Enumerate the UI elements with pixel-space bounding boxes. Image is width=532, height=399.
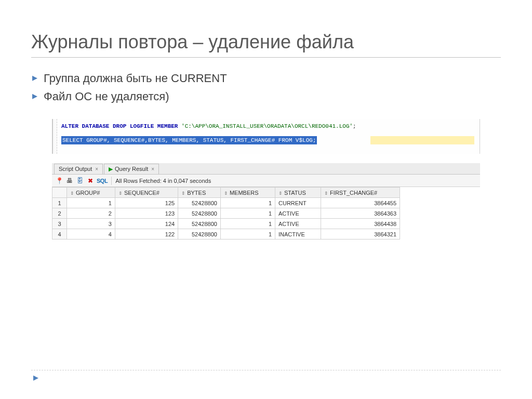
code-area[interactable]: ALTER DATABASE DROP LOGFILE MEMBER 'C:\A…	[53, 119, 480, 154]
results-toolbar: 📍 🖶 🗄 ✖ SQL All Rows Fetched: 4 in 0,047…	[52, 175, 480, 187]
header-label: SEQUENCE#	[124, 190, 159, 196]
cell-first-change: 3864321	[321, 229, 400, 240]
sort-icon: ⇕	[118, 191, 123, 196]
sql-string: 'C:\APP\ORA_INSTALL_USER\ORADATA\ORCL\RE…	[181, 123, 353, 129]
cell-bytes: 52428800	[178, 198, 221, 208]
sql-line-select-wrapper: SELECT GROUP#, SEQUENCE#,BYTES, MEMBERS,…	[61, 136, 474, 145]
header-col[interactable]: ⇕BYTES	[178, 188, 221, 198]
results-grid[interactable]: ⇕GROUP# ⇕SEQUENCE# ⇕BYTES ⇕MEMBERS ⇕STAT…	[52, 187, 400, 240]
cell-status: INACTIVE	[275, 229, 321, 240]
editor-gutter	[53, 119, 57, 154]
sql-text: ;	[353, 123, 356, 129]
sort-icon: ⇕	[70, 191, 74, 196]
cell-members: 1	[220, 229, 275, 240]
sort-icon: ⇕	[278, 191, 283, 196]
tab-script-output[interactable]: Script Output ×	[54, 164, 103, 174]
cell-status: ACTIVE	[275, 219, 321, 229]
fetch-status: All Rows Fetched: 4 in 0,047 seconds	[115, 178, 211, 184]
cell-sequence: 124	[115, 219, 178, 229]
print-icon[interactable]: 🖶	[65, 177, 74, 185]
results-panel: Script Output × ▶ Query Result × 📍 🖶 🗄 ✖…	[52, 163, 480, 240]
header-label: GROUP#	[76, 190, 100, 196]
result-tabbar: Script Output × ▶ Query Result ×	[52, 163, 480, 175]
close-icon[interactable]: ×	[151, 166, 154, 172]
cell-sequence: 123	[115, 208, 178, 219]
sql-selected-line: SELECT GROUP#, SEQUENCE#,BYTES, MEMBERS,…	[61, 136, 317, 145]
row-number: 3	[52, 219, 67, 229]
cell-group: 3	[67, 219, 115, 229]
sql-keyword: ALTER DATABASE DROP LOGFILE MEMBER	[61, 123, 178, 129]
cell-status: CURRENT	[275, 198, 321, 208]
header-row: ⇕GROUP# ⇕SEQUENCE# ⇕BYTES ⇕MEMBERS ⇕STAT…	[52, 188, 400, 198]
cell-group: 1	[67, 198, 115, 208]
blank-line	[61, 131, 474, 136]
cell-group: 4	[67, 229, 115, 240]
separator	[111, 177, 112, 185]
tab-label: Query Result	[115, 166, 148, 172]
cell-first-change: 3864363	[321, 208, 400, 219]
bullet-item: Группа должна быть не CURRENT	[32, 69, 501, 87]
cell-bytes: 52428800	[178, 219, 221, 229]
row-number: 1	[52, 198, 67, 208]
cell-sequence: 125	[115, 198, 178, 208]
header-col[interactable]: ⇕STATUS	[275, 188, 321, 198]
cell-first-change: 3864438	[321, 219, 400, 229]
sql-line-alter: ALTER DATABASE DROP LOGFILE MEMBER 'C:\A…	[61, 122, 474, 131]
bullet-item: Файл ОС не удаляется)	[32, 87, 501, 105]
header-label: FIRST_CHANGE#	[330, 190, 377, 196]
slide-title: Журналы повтора – удаление файла	[31, 31, 501, 58]
delete-icon[interactable]: ✖	[86, 177, 95, 185]
cell-sequence: 122	[115, 229, 178, 240]
sql-editor[interactable]: ALTER DATABASE DROP LOGFILE MEMBER 'C:\A…	[52, 119, 480, 154]
cell-bytes: 52428800	[178, 229, 221, 240]
sort-icon: ⇕	[324, 191, 328, 196]
sort-icon: ⇕	[224, 191, 228, 196]
cell-members: 1	[220, 198, 275, 208]
header-label: STATUS	[284, 190, 306, 196]
header-label: MEMBERS	[230, 190, 259, 196]
play-icon: ▶	[109, 166, 113, 172]
header-rownum	[52, 188, 67, 198]
footer-divider	[31, 370, 501, 370]
footer-arrow-icon: ▸	[33, 371, 38, 383]
slide-content: Журналы повтора – удаление файла Группа …	[0, 0, 532, 260]
cell-group: 2	[67, 208, 115, 219]
cell-members: 1	[220, 219, 275, 229]
table-row[interactable]: 3 3 124 52428800 1 ACTIVE 3864438	[52, 219, 400, 229]
table-row[interactable]: 1 1 125 52428800 1 CURRENT 3864455	[52, 198, 400, 208]
close-icon[interactable]: ×	[95, 166, 98, 172]
header-col[interactable]: ⇕FIRST_CHANGE#	[321, 188, 400, 198]
cell-status: ACTIVE	[275, 208, 321, 219]
tab-label: Script Output	[59, 166, 92, 172]
row-number: 4	[52, 229, 67, 240]
header-label: BYTES	[187, 190, 206, 196]
cell-first-change: 3864455	[321, 198, 400, 208]
table-row[interactable]: 4 4 122 52428800 1 INACTIVE 3864321	[52, 229, 400, 240]
refresh-data-icon[interactable]: 🗄	[76, 177, 84, 185]
header-col[interactable]: ⇕GROUP#	[67, 188, 115, 198]
bullet-list: Группа должна быть не CURRENT Файл ОС не…	[32, 69, 501, 105]
header-col[interactable]: ⇕MEMBERS	[220, 188, 275, 198]
sql-label[interactable]: SQL	[97, 178, 108, 184]
header-col[interactable]: ⇕SEQUENCE#	[115, 188, 178, 198]
table-row[interactable]: 2 2 123 52428800 1 ACTIVE 3864363	[52, 208, 400, 219]
cell-members: 1	[220, 208, 275, 219]
sort-icon: ⇕	[181, 191, 185, 196]
tab-query-result[interactable]: ▶ Query Result ×	[104, 164, 159, 174]
cell-bytes: 52428800	[178, 208, 221, 219]
row-number: 2	[52, 208, 67, 219]
pin-icon[interactable]: 📍	[55, 177, 63, 185]
